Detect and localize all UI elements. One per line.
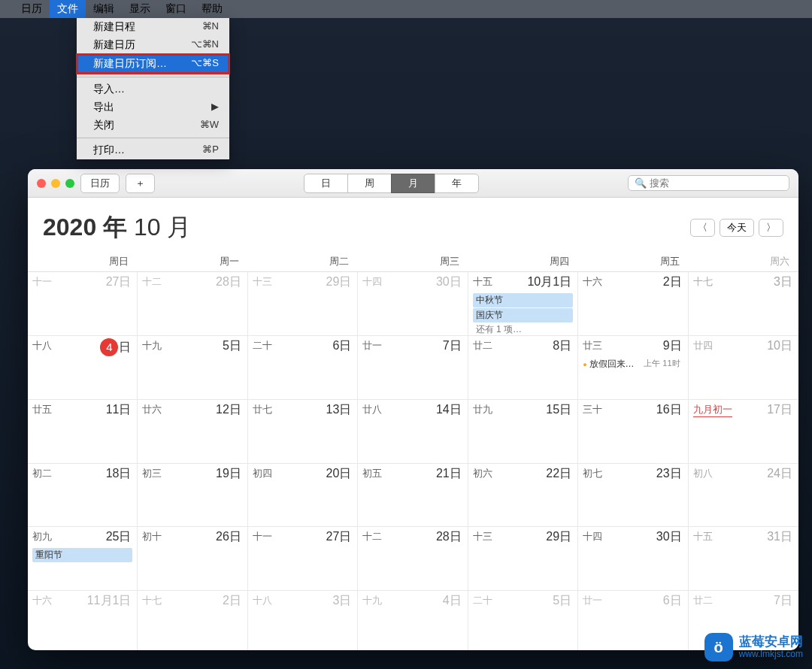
date-label: 23日 <box>656 466 682 482</box>
lunar-label: 廿五 <box>32 403 52 416</box>
date-label: 22日 <box>546 466 571 482</box>
menu-window[interactable]: 窗口 <box>158 0 194 18</box>
menu-item[interactable]: 关闭⌘W <box>77 117 229 135</box>
menu-file[interactable]: 文件 <box>50 0 86 18</box>
day-cell[interactable]: 廿一7日 <box>358 336 468 400</box>
date-label: 29日 <box>326 274 351 290</box>
day-cell[interactable]: 十五10月1日中秋节国庆节还有 1 项… <box>468 272 578 336</box>
view-month[interactable]: 月 <box>391 174 435 193</box>
next-month-button[interactable]: 〉 <box>759 219 783 237</box>
day-cell[interactable]: 十八3日 <box>248 591 358 650</box>
day-cell[interactable]: 十二28日 <box>138 272 247 336</box>
day-cell[interactable]: 初三19日 <box>138 464 247 528</box>
lunar-label: 廿六 <box>142 403 162 416</box>
day-cell[interactable]: 十七2日 <box>138 591 247 650</box>
day-cell[interactable]: 初十26日 <box>138 527 247 591</box>
calendar-window: 日历 ＋ 日 周 月 年 🔍 2020 年 10 月 〈 今天 〉 周日周一周二… <box>28 169 798 650</box>
search-input[interactable] <box>650 177 783 189</box>
event-item[interactable]: 中秋节 <box>473 293 573 307</box>
event-item[interactable]: 放假回来…上午 11时 <box>583 357 683 371</box>
menu-item[interactable]: 新建日历⌥⌘N <box>77 36 229 54</box>
month-nav: 〈 今天 〉 <box>690 219 783 237</box>
zoom-icon[interactable] <box>65 179 74 188</box>
weekday-header: 周日周一周二周三周四周五周六 <box>28 252 798 271</box>
lunar-label: 十七 <box>142 594 162 607</box>
day-cell[interactable]: 初五21日 <box>358 464 468 528</box>
menu-app[interactable]: 日历 <box>14 0 50 18</box>
day-cell[interactable]: 廿三9日放假回来…上午 11时 <box>578 336 688 400</box>
date-label: 5日 <box>223 338 241 354</box>
menu-item[interactable]: 打印…⌘P <box>77 141 229 159</box>
watermark-url: www.lmkjst.com <box>739 649 803 659</box>
day-cell[interactable]: 初八24日 <box>689 464 798 528</box>
lunar-label: 初十 <box>142 530 162 543</box>
day-cell[interactable]: 十九5日 <box>138 336 247 400</box>
day-cell[interactable]: 十七3日 <box>689 272 798 336</box>
day-cell[interactable]: 廿二8日 <box>468 336 578 400</box>
menu-item[interactable]: 导出▶ <box>77 98 229 117</box>
day-cell[interactable]: 二十6日 <box>248 336 358 400</box>
menu-item[interactable]: 导入… <box>77 80 229 98</box>
date-label: 6日 <box>663 593 682 609</box>
date-label: 28日 <box>216 274 241 290</box>
view-week[interactable]: 周 <box>347 174 392 193</box>
lunar-label: 十四 <box>583 530 602 543</box>
menu-item[interactable]: 新建日历订阅…⌥⌘S <box>76 53 230 74</box>
day-cell[interactable]: 二十5日 <box>468 591 578 650</box>
day-cell[interactable]: 十二28日 <box>358 527 468 591</box>
day-cell[interactable]: 初四20日 <box>248 464 358 528</box>
day-cell[interactable]: 廿七13日 <box>248 400 358 464</box>
day-cell[interactable]: 十六2日 <box>578 272 688 336</box>
day-cell[interactable]: 廿九15日 <box>468 400 578 464</box>
weekday-label: 周二 <box>248 252 358 271</box>
lunar-label: 十八 <box>253 594 272 607</box>
search-field[interactable]: 🔍 <box>628 175 789 191</box>
lunar-label: 十二 <box>142 275 162 289</box>
prev-month-button[interactable]: 〈 <box>690 219 715 237</box>
today-button[interactable]: 今天 <box>720 219 754 237</box>
day-cell[interactable]: 廿五11日 <box>28 400 138 464</box>
add-button[interactable]: ＋ <box>126 174 155 193</box>
day-cell[interactable]: 十一27日 <box>248 527 358 591</box>
menu-view[interactable]: 显示 <box>122 0 158 18</box>
day-cell[interactable]: 初九25日重阳节 <box>28 527 138 591</box>
calendars-button[interactable]: 日历 <box>80 174 120 193</box>
day-cell[interactable]: 十六11月1日 <box>28 591 138 650</box>
weekday-label: 周四 <box>468 252 578 271</box>
day-cell[interactable]: 十八4日 <box>28 336 138 400</box>
view-year[interactable]: 年 <box>435 174 479 193</box>
day-cell[interactable]: 初二18日 <box>28 464 138 528</box>
menu-edit[interactable]: 编辑 <box>86 0 122 18</box>
day-cell[interactable]: 廿六12日 <box>138 400 247 464</box>
day-cell[interactable]: 十三29日 <box>468 527 578 591</box>
view-day[interactable]: 日 <box>304 174 348 193</box>
day-cell[interactable]: 初六22日 <box>468 464 578 528</box>
day-cell[interactable]: 十九4日 <box>358 591 468 650</box>
day-cell[interactable]: 九月初一17日 <box>689 400 798 464</box>
event-item[interactable]: 国庆节 <box>473 308 573 322</box>
month-grid: 十一27日十二28日十三29日十四30日十五10月1日中秋节国庆节还有 1 项…… <box>28 271 798 650</box>
more-events[interactable]: 还有 1 项… <box>473 323 573 336</box>
day-cell[interactable]: 十四30日 <box>358 272 468 336</box>
menu-item[interactable]: 新建日程⌘N <box>77 18 229 36</box>
lunar-label: 初八 <box>693 467 713 480</box>
day-cell[interactable]: 初七23日 <box>578 464 688 528</box>
day-cell[interactable]: 廿八14日 <box>358 400 468 464</box>
day-cell[interactable]: 十三29日 <box>248 272 358 336</box>
date-label: 27日 <box>106 274 132 290</box>
day-cell[interactable]: 廿四10日 <box>689 336 798 400</box>
weekday-label: 周三 <box>358 252 468 271</box>
day-cell[interactable]: 廿一6日 <box>578 591 688 650</box>
day-cell[interactable]: 十五31日 <box>689 527 798 591</box>
lunar-label: 十三 <box>253 275 272 289</box>
menu-help[interactable]: 帮助 <box>194 0 230 18</box>
close-icon[interactable] <box>37 179 46 188</box>
date-label: 7日 <box>443 338 462 354</box>
day-cell[interactable]: 十四30日 <box>578 527 688 591</box>
date-label: 13日 <box>326 402 351 418</box>
minimize-icon[interactable] <box>51 179 60 188</box>
day-cell[interactable]: 三十16日 <box>578 400 688 464</box>
event-item[interactable]: 重阳节 <box>32 548 132 562</box>
day-cell[interactable]: 十一27日 <box>28 272 138 336</box>
date-label: 4日 <box>100 338 131 356</box>
